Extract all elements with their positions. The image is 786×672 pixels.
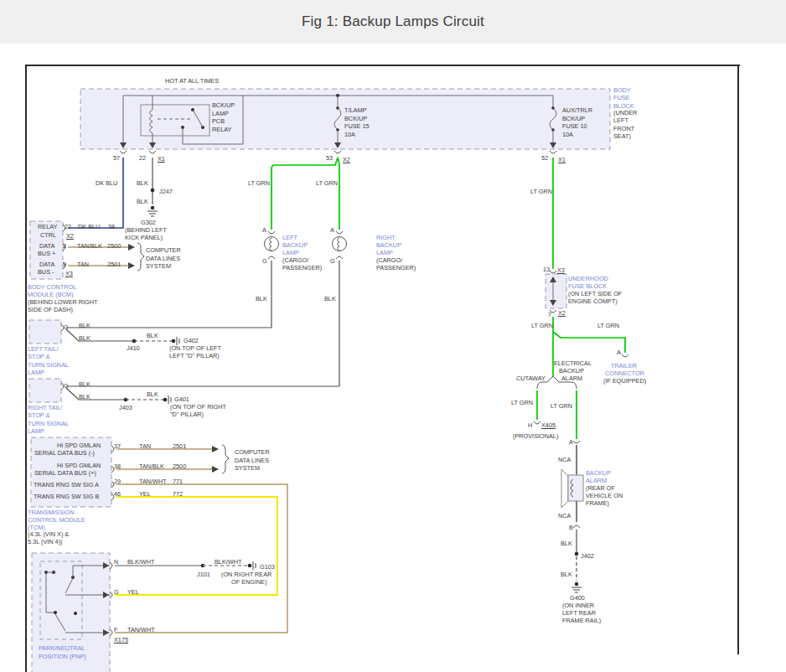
trailer-loc: (IF EQUIPPED): [603, 377, 646, 385]
bcm-pin-8: 8: [63, 242, 66, 250]
tcm-pin-gmlan-m1: HI SPD GMLAN: [57, 442, 101, 449]
wiring-diagram: HOT AT ALL TIMESBCK/UP LAMP PCB RELAYT/L…: [0, 44, 786, 672]
wire-tanwht-color: TAN/WHT: [139, 478, 167, 485]
bcm-pin-databus-p2: BUS +: [38, 250, 55, 257]
wire-yel-num: 772: [173, 490, 183, 498]
relay-name: BCK/UP LAMP PCB RELAY: [212, 101, 235, 133]
hot-at-all-times: HOT AT ALL TIMES: [165, 77, 219, 85]
wire-ltgrn-cut1: LT GRN: [511, 399, 533, 406]
pin-57: 57: [113, 154, 120, 162]
llamp-pin-a: A: [262, 226, 266, 234]
ltail-pin-g: G: [64, 323, 69, 331]
body-fuse-block-loc: (UNDER LEFT FRONT SEAT): [613, 109, 637, 140]
uh-conn-x3: X3: [557, 266, 565, 274]
bcm-pin-databus-p1: DATA: [39, 242, 54, 250]
splice-j247: J247: [159, 188, 173, 195]
pnp-name: PARK/NEUTRAL POSITION (PNP): [39, 644, 86, 660]
alarm-pin-a: A: [569, 438, 573, 446]
wire-dkblu-color: DK BLU: [78, 223, 100, 230]
wire-ltgrn-right: LT GRN: [530, 188, 552, 195]
conn-x1-a: X1: [158, 155, 165, 163]
figure-title: Fig 1: Backup Lamps Circuit: [302, 13, 484, 30]
backup-alarm-loc: (REAR OF VEHICLE ON FRAME): [586, 484, 623, 507]
elec-alarm-3: ALARM: [561, 375, 582, 382]
ltail-blk-3: BLK: [147, 332, 158, 339]
conn-x1-b: X1: [558, 156, 566, 163]
body-fuse-block-name: BODY FUSE BLOCK: [613, 86, 634, 110]
rlamp-pin-g: G: [330, 257, 335, 265]
uh-pin-7: 7: [548, 311, 551, 318]
tcm-pin-siga: TRANS RNG SW SIG A: [34, 481, 99, 488]
tcm-pin-46: 46: [114, 490, 121, 498]
pnp-pin-n: N: [114, 558, 118, 566]
wire-nca-1: NCA: [558, 456, 571, 463]
splice-j101: J101: [197, 571, 210, 578]
bcm-loc: (BEHIND LOWER RIGHT SIDE OF DASH): [28, 298, 98, 313]
wire-ltgrn-trlr: LT GRN: [597, 322, 619, 329]
tcm-loc: (4.3L (VIN X) & 5.3L (VIN 4)): [28, 530, 69, 545]
splice-j402: J402: [581, 552, 594, 560]
right-tail-name: RIGHT TAIL/ STOP & TURN SIGNAL LAMP: [28, 404, 69, 435]
trailer-pin-a: A: [617, 349, 621, 356]
wire-tanwht2-color: TAN/WHT: [127, 626, 155, 633]
uh-conn-x2: X2: [558, 309, 566, 317]
wire-tanwht-num: 771: [173, 478, 183, 485]
bcm-pin-relay: RELAY: [38, 223, 57, 230]
wire-tan-num: 2501: [107, 261, 121, 268]
wire-blk-j247-dn: BLK: [137, 198, 148, 205]
rtail-pin-g: G: [64, 382, 69, 390]
gnd-g401: G401: [174, 395, 189, 403]
wire-yel-color: YEL: [139, 490, 151, 498]
gnd-g302: G302: [141, 219, 156, 226]
wire-nca-2: NCA: [558, 512, 571, 520]
rtail-blk-3: BLK: [147, 390, 158, 398]
elec-alarm-2: BACKUP: [559, 367, 584, 375]
computer-data-lines-2: COMPUTER DATA LINES SYSTEM: [235, 448, 270, 473]
aux-fuse-name: AUX/TRLR BCK/UP FUSE 10 10A: [562, 106, 592, 138]
underhood-loc: (ON LEFT SIDE OF ENGINE COMPT): [568, 290, 622, 305]
wire-ltgrn-left: LT GRN: [248, 179, 270, 187]
backup-alarm-name: BACKUP ALARM: [586, 469, 611, 484]
gnd-g103-loc2: OF ENGINE): [231, 578, 267, 586]
gnd-g302-loc: (BEHIND LEFT KICK PANEL): [125, 226, 167, 241]
wire-tanblk-color: TAN/BLK: [77, 242, 102, 250]
x405-loc: (PROVISIONAL): [513, 432, 558, 440]
pin-53: 53: [326, 154, 333, 162]
wire-ltgrn-mid: LT GRN: [316, 179, 338, 187]
tcm-pin-29: 29: [114, 478, 121, 485]
wire-tanblk2500-color: TAN/BLK: [139, 463, 164, 470]
tcm-pin-38: 38: [114, 463, 121, 470]
trailer-name-2: CONNECTOR: [605, 370, 644, 377]
gnd-g103-loc1: (ON RIGHT REAR: [221, 571, 271, 578]
pin-52: 52: [541, 154, 548, 162]
gnd-g103: G103: [260, 563, 275, 571]
conn-x405: X405: [541, 421, 556, 429]
left-backup-lamp-loc: (CARGO/ PASSENGER): [282, 256, 322, 271]
x405-pin-h: H: [528, 421, 532, 429]
pnp-pin-f: F: [114, 626, 117, 633]
bcm-pin-relay2: CTRL: [40, 231, 56, 239]
wire-tanblk-num: 2500: [107, 242, 121, 250]
wire-blk-j402-dn: BLK: [561, 571, 572, 578]
tcm-name: TRANSMISSION CONTROL MODULE (TCM): [28, 509, 85, 531]
figure-title-bar: Fig 1: Backup Lamps Circuit: [0, 0, 786, 44]
computer-data-lines-1: COMPUTER DATA LINES SYSTEM: [146, 246, 181, 271]
right-backup-lamp-loc: (CARGO/ PASSENGER): [376, 256, 416, 271]
rtail-blk-1: BLK: [79, 380, 90, 388]
wire-tanblk2500-num: 2500: [173, 463, 186, 470]
wire-tan-color: TAN: [77, 261, 89, 268]
wire-tan2501-color: TAN: [139, 442, 151, 450]
wire-dkblu-num: 38: [108, 223, 115, 230]
bcm-pin-databus-m2: BUS -: [38, 268, 54, 276]
tcm-pin-gmlan-m2: SERIAL DATA BUS (-): [34, 449, 95, 457]
elec-alarm-1: ELECTRICAL: [554, 359, 592, 367]
underhood-name: UNDERHOOD FUSE BLOCK: [568, 275, 608, 290]
wire-blk-j247-up: BLK: [137, 179, 148, 187]
rtail-blk-2: BLK: [79, 393, 90, 401]
ltail-blk-2: BLK: [79, 334, 90, 342]
tlamp-fuse-name: T/LAMP BCK/UP FUSE 15 10A: [344, 106, 370, 138]
wire-yel2-color: YEL: [127, 588, 139, 596]
bcm-conn-x3: X3: [65, 270, 73, 277]
gnd-g402: G402: [184, 337, 199, 344]
wire-blkwht-1: BLK/WHT: [127, 558, 154, 566]
